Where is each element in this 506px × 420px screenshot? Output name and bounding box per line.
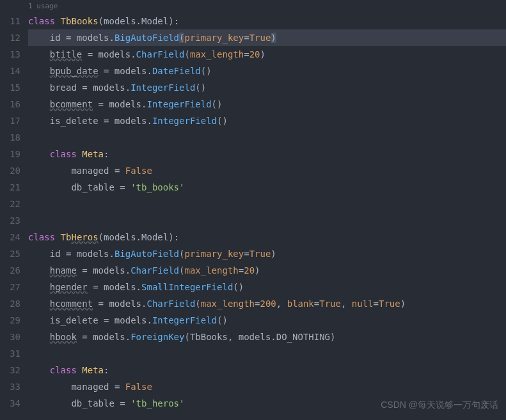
code-line[interactable]: is_delete = models.IntegerField() bbox=[28, 312, 506, 329]
code-line[interactable]: managed = False bbox=[28, 162, 506, 179]
code-editor[interactable]: 11 12 13 14 15 16 17 18 19 20 21 22 23 2… bbox=[0, 0, 506, 420]
code-line[interactable]: class TbHeros(models.Model): bbox=[28, 229, 506, 245]
code-line[interactable] bbox=[28, 212, 506, 229]
line-number-gutter: 11 12 13 14 15 16 17 18 19 20 21 22 23 2… bbox=[0, 0, 26, 420]
line-number: 14 bbox=[3, 63, 20, 79]
code-line[interactable]: managed = False bbox=[28, 378, 506, 395]
line-number: 23 bbox=[3, 212, 20, 229]
line-number: 20 bbox=[3, 162, 20, 179]
line-number: 16 bbox=[3, 96, 20, 113]
line-number: 17 bbox=[3, 113, 20, 129]
code-line[interactable]: class Meta: bbox=[28, 362, 506, 378]
line-number: 28 bbox=[3, 295, 20, 312]
line-number: 11 bbox=[3, 13, 20, 29]
code-line[interactable]: hname = models.CharField(max_length=20) bbox=[28, 262, 506, 279]
line-number: 34 bbox=[3, 395, 20, 412]
line-number: 31 bbox=[3, 345, 20, 362]
line-number: 32 bbox=[3, 362, 20, 378]
line-number: 24 bbox=[3, 229, 20, 245]
code-line[interactable]: class TbBooks(models.Model): bbox=[28, 13, 506, 29]
line-number: 15 bbox=[3, 79, 20, 96]
code-line[interactable]: id = models.BigAutoField(primary_key=Tru… bbox=[28, 245, 506, 262]
code-line[interactable]: hgender = models.SmallIntegerField() bbox=[28, 279, 506, 295]
code-line[interactable]: is_delete = models.IntegerField() bbox=[28, 113, 506, 129]
code-line[interactable]: bcomment = models.IntegerField() bbox=[28, 96, 506, 113]
code-line[interactable]: btitle = models.CharField(max_length=20) bbox=[28, 46, 506, 63]
code-line[interactable]: bpub_date = models.DateField() bbox=[28, 63, 506, 79]
line-number: 27 bbox=[3, 279, 20, 295]
line-number: 21 bbox=[3, 179, 20, 196]
line-number: 19 bbox=[3, 146, 20, 162]
code-line[interactable] bbox=[28, 345, 506, 362]
line-number: 18 bbox=[3, 129, 20, 146]
watermark: CSDN @每天说够一万句废话 bbox=[381, 400, 498, 411]
line-number: 33 bbox=[3, 378, 20, 395]
code-line[interactable]: hbook = models.ForeignKey(TbBooks, model… bbox=[28, 329, 506, 345]
line-number: 22 bbox=[3, 196, 20, 212]
code-line[interactable]: db_table = 'tb_books' bbox=[28, 179, 506, 196]
code-line[interactable]: hcomment = models.CharField(max_length=2… bbox=[28, 295, 506, 312]
line-number: 25 bbox=[3, 245, 20, 262]
code-line-current[interactable]: id = models.BigAutoField(primary_key=Tru… bbox=[28, 29, 506, 46]
line-number: 29 bbox=[3, 312, 20, 329]
code-line[interactable]: bread = models.IntegerField() bbox=[28, 79, 506, 96]
code-line[interactable]: class Meta: bbox=[28, 146, 506, 162]
usage-hint[interactable]: 1 usage bbox=[28, 0, 506, 13]
line-number: 26 bbox=[3, 262, 20, 279]
code-content[interactable]: 1 usage class TbBooks(models.Model): id … bbox=[26, 0, 506, 420]
code-line[interactable] bbox=[28, 196, 506, 212]
line-number: 13 bbox=[3, 46, 20, 63]
code-line[interactable] bbox=[28, 129, 506, 146]
line-number: 12 bbox=[3, 29, 20, 46]
line-number: 30 bbox=[3, 329, 20, 345]
